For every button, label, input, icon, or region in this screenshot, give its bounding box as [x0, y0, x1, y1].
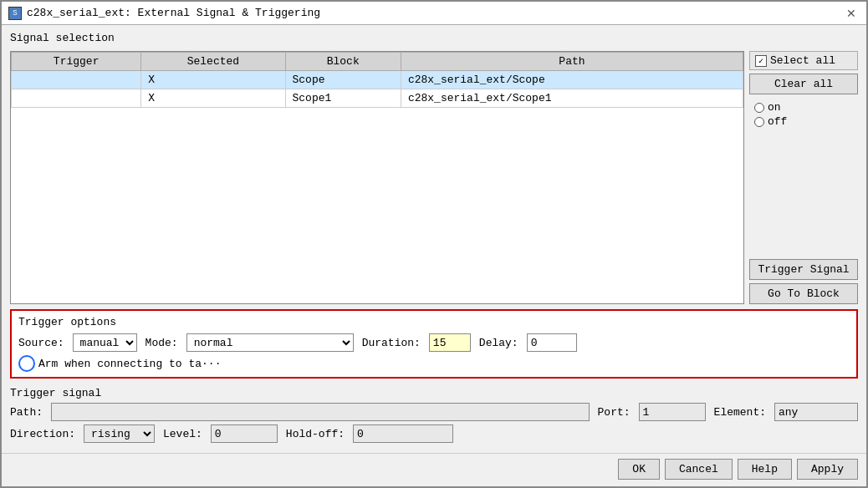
arm-checkbox[interactable]	[18, 355, 35, 372]
element-label: Element:	[714, 406, 766, 419]
mode-label: Mode:	[146, 337, 178, 349]
port-input[interactable]	[639, 403, 706, 421]
main-content: Signal selection Trigger Selected Block …	[2, 25, 866, 453]
col-block: Block	[285, 53, 401, 71]
col-path: Path	[401, 53, 743, 71]
port-label: Port:	[598, 406, 631, 419]
direction-row: Direction: rising falling either Level: …	[10, 424, 858, 443]
delay-input[interactable]	[527, 333, 577, 352]
right-panel: ✓ Select all Clear all on off Trigger Si…	[749, 51, 858, 304]
signal-selection-area: Trigger Selected Block Path XScopec28x_s…	[10, 51, 858, 304]
radio-on-circle	[754, 103, 764, 113]
level-input[interactable]	[211, 424, 278, 443]
title-bar: S c28x_serial_ext: External Signal & Tri…	[2, 2, 866, 25]
trigger-signal-section: Trigger signal Path: Port: Element: Dire…	[10, 384, 858, 446]
go-to-block-button[interactable]: Go To Block	[749, 283, 858, 304]
source-select[interactable]: manual signal	[73, 333, 137, 352]
radio-on[interactable]: on	[754, 101, 853, 114]
on-off-radio-group: on off	[749, 98, 858, 131]
radio-off[interactable]: off	[754, 115, 853, 128]
bottom-bar: OK Cancel Help Apply	[2, 453, 866, 486]
source-label: Source:	[18, 337, 64, 349]
app-icon: S	[8, 7, 22, 20]
radio-on-label: on	[768, 101, 781, 114]
holdoff-label: Hold-off:	[286, 428, 345, 440]
radio-off-label: off	[768, 115, 787, 128]
duration-input[interactable]	[429, 333, 471, 352]
table-header-row: Trigger Selected Block Path	[12, 53, 743, 71]
arm-row: Arm when connecting to ta···	[18, 355, 850, 372]
close-button[interactable]: ✕	[843, 5, 860, 22]
signal-table-container: Trigger Selected Block Path XScopec28x_s…	[10, 51, 744, 304]
trigger-options-label: Trigger options	[18, 316, 850, 328]
help-button[interactable]: Help	[738, 459, 792, 480]
signal-selection-section: Signal selection	[10, 32, 858, 46]
element-input[interactable]	[774, 403, 858, 421]
path-input[interactable]	[51, 403, 590, 421]
ok-button[interactable]: OK	[618, 459, 660, 480]
select-all-label: Select all	[770, 54, 835, 67]
mode-select[interactable]: normal auto immediate	[186, 333, 354, 352]
direction-select[interactable]: rising falling either	[84, 424, 155, 443]
col-selected: Selected	[141, 53, 285, 71]
trigger-options-row: Source: manual signal Mode: normal auto …	[18, 333, 850, 352]
col-trigger: Trigger	[12, 53, 141, 71]
table-row[interactable]: XScopec28x_serial_ext/Scope	[12, 71, 743, 89]
cancel-button[interactable]: Cancel	[665, 459, 733, 480]
delay-label: Delay:	[479, 337, 518, 349]
clear-all-button[interactable]: Clear all	[749, 74, 858, 94]
radio-off-circle	[754, 117, 764, 127]
path-label: Path:	[10, 406, 43, 419]
main-window: S c28x_serial_ext: External Signal & Tri…	[0, 0, 868, 488]
level-label: Level:	[163, 428, 202, 440]
trigger-options-section: Trigger options Source: manual signal Mo…	[10, 309, 858, 379]
select-all-checkbox[interactable]: ✓ Select all	[749, 51, 858, 70]
title-bar-left: S c28x_serial_ext: External Signal & Tri…	[8, 7, 320, 20]
table-row[interactable]: XScope1c28x_serial_ext/Scope1	[12, 89, 743, 108]
signal-selection-label: Signal selection	[10, 32, 858, 44]
apply-button[interactable]: Apply	[797, 459, 858, 480]
duration-label: Duration:	[362, 337, 421, 349]
direction-label: Direction:	[10, 428, 75, 440]
holdoff-input[interactable]	[353, 424, 453, 443]
trigger-signal-label: Trigger signal	[10, 387, 858, 399]
window-title: c28x_serial_ext: External Signal & Trigg…	[27, 7, 320, 19]
trigger-signal-button[interactable]: Trigger Signal	[749, 259, 858, 280]
arm-label: Arm when connecting to ta···	[38, 358, 221, 370]
path-row: Path: Port: Element:	[10, 403, 858, 421]
select-all-check-icon: ✓	[755, 55, 767, 67]
signal-table: Trigger Selected Block Path XScopec28x_s…	[11, 52, 743, 108]
